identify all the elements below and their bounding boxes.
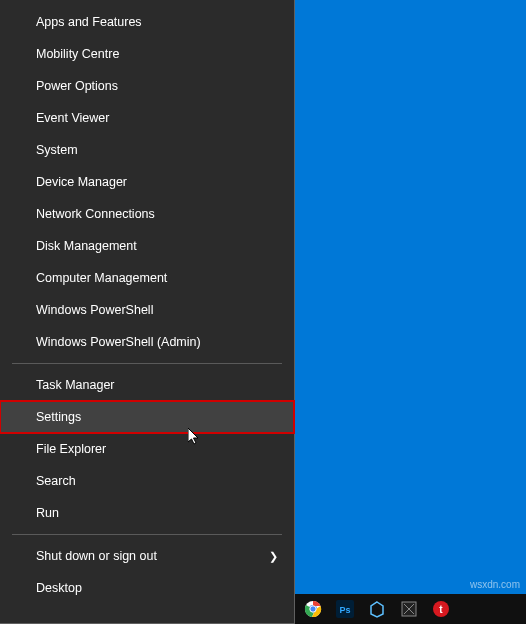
menu-item-windows-powershell[interactable]: Windows PowerShell — [0, 294, 294, 326]
menu-item-task-manager[interactable]: Task Manager — [0, 369, 294, 401]
menu-item-label: Network Connections — [36, 207, 155, 221]
winx-context-menu: Apps and Features Mobility Centre Power … — [0, 0, 295, 624]
menu-item-settings[interactable]: Settings — [0, 401, 294, 433]
menu-item-computer-management[interactable]: Computer Management — [0, 262, 294, 294]
menu-item-file-explorer[interactable]: File Explorer — [0, 433, 294, 465]
menu-item-power-options[interactable]: Power Options — [0, 70, 294, 102]
menu-item-windows-powershell-admin[interactable]: Windows PowerShell (Admin) — [0, 326, 294, 358]
menu-item-label: Event Viewer — [36, 111, 109, 125]
menu-item-label: Search — [36, 474, 76, 488]
menu-item-label: Task Manager — [36, 378, 115, 392]
menu-item-label: Device Manager — [36, 175, 127, 189]
menu-item-desktop[interactable]: Desktop — [0, 572, 294, 604]
chevron-right-icon: ❯ — [269, 550, 278, 563]
taskbar-icon-chrome[interactable] — [301, 597, 325, 621]
menu-item-run[interactable]: Run — [0, 497, 294, 529]
menu-item-device-manager[interactable]: Device Manager — [0, 166, 294, 198]
taskbar-icon-app2[interactable] — [397, 597, 421, 621]
menu-item-system[interactable]: System — [0, 134, 294, 166]
menu-item-shut-down-or-sign-out[interactable]: Shut down or sign out ❯ — [0, 540, 294, 572]
menu-item-label: Disk Management — [36, 239, 137, 253]
menu-item-label: Computer Management — [36, 271, 167, 285]
menu-item-label: Power Options — [36, 79, 118, 93]
menu-item-label: Apps and Features — [36, 15, 142, 29]
menu-item-event-viewer[interactable]: Event Viewer — [0, 102, 294, 134]
taskbar[interactable]: Ps t — [295, 594, 526, 624]
menu-item-label: Desktop — [36, 581, 82, 595]
menu-item-apps-and-features[interactable]: Apps and Features — [0, 6, 294, 38]
taskbar-icon-trend[interactable]: t — [429, 597, 453, 621]
watermark-text: wsxdn.com — [470, 579, 520, 590]
menu-item-label: Windows PowerShell (Admin) — [36, 335, 201, 349]
menu-item-mobility-centre[interactable]: Mobility Centre — [0, 38, 294, 70]
menu-item-label: Windows PowerShell — [36, 303, 153, 317]
menu-item-label: Run — [36, 506, 59, 520]
menu-item-label: Mobility Centre — [36, 47, 119, 61]
menu-item-disk-management[interactable]: Disk Management — [0, 230, 294, 262]
menu-item-search[interactable]: Search — [0, 465, 294, 497]
menu-item-label: Settings — [36, 410, 81, 424]
menu-item-label: File Explorer — [36, 442, 106, 456]
menu-item-label: Shut down or sign out — [36, 549, 157, 563]
menu-separator — [12, 534, 282, 535]
menu-item-label: System — [36, 143, 78, 157]
svg-point-2 — [310, 606, 316, 612]
taskbar-icon-photoshop[interactable]: Ps — [333, 597, 357, 621]
menu-item-network-connections[interactable]: Network Connections — [0, 198, 294, 230]
svg-text:Ps: Ps — [339, 605, 350, 615]
taskbar-icon-app1[interactable] — [365, 597, 389, 621]
menu-separator — [12, 363, 282, 364]
